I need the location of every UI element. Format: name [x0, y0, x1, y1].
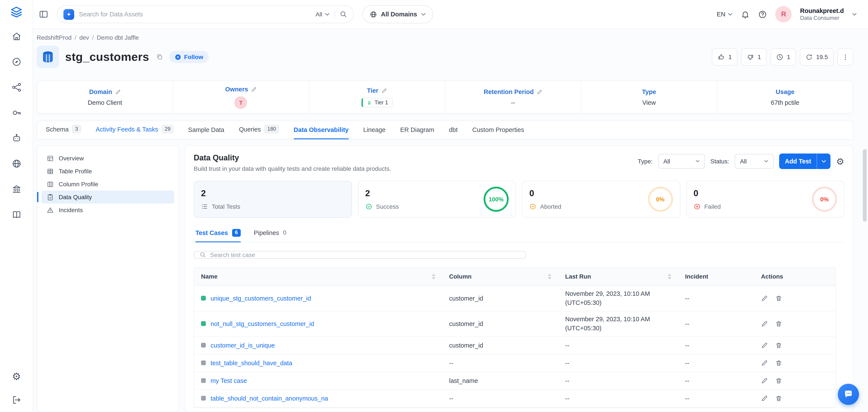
more-options-button[interactable] [837, 48, 853, 66]
test-case-search-input[interactable] [210, 251, 520, 258]
tab-sample-data[interactable]: Sample Data [188, 126, 224, 139]
tab-test-cases[interactable]: Test Cases 6 [195, 229, 241, 242]
delete-icon[interactable] [775, 320, 782, 327]
glossary-book-icon[interactable] [11, 209, 22, 220]
domain-value[interactable]: Demo Client [88, 99, 122, 106]
search-icon[interactable] [340, 10, 347, 18]
tier-icon [367, 100, 372, 105]
copy-link-icon[interactable] [156, 54, 163, 60]
subnav-overview[interactable]: Overview [41, 152, 174, 165]
column-cell: customer_id [442, 317, 558, 330]
failed-tests-card[interactable]: 0 Failed 0% [686, 181, 844, 218]
delete-icon[interactable] [775, 295, 782, 302]
logout-icon[interactable] [11, 394, 22, 405]
chevron-down-icon[interactable] [852, 13, 857, 16]
col-header-last-run[interactable]: Last Run [558, 273, 678, 280]
type-filter-select[interactable]: All [658, 154, 705, 168]
subnav-table-profile[interactable]: Table Profile [41, 165, 174, 178]
home-icon[interactable] [11, 31, 22, 42]
status-filter-select[interactable]: All [735, 154, 774, 168]
tab-activity-feeds[interactable]: Activity Feeds & Tasks29 [96, 125, 174, 139]
global-search[interactable]: ✦ All [57, 5, 354, 23]
edit-icon[interactable] [761, 342, 768, 349]
notifications-bell-icon[interactable] [741, 10, 750, 19]
breadcrumb-service[interactable]: RedshiftProd [37, 34, 72, 41]
app-logo-icon[interactable] [10, 6, 23, 19]
success-tests-card[interactable]: 2 Success 100% [358, 181, 516, 218]
test-case-search[interactable] [194, 251, 526, 258]
subnav-column-profile[interactable]: Column Profile [41, 178, 174, 191]
test-case-link[interactable]: not_null_stg_customers_customer_id [211, 320, 314, 327]
upvote-button[interactable]: 1 [712, 48, 738, 66]
tab-dbt[interactable]: dbt [449, 126, 458, 139]
downvote-button[interactable]: 1 [741, 48, 767, 66]
aborted-tests-card[interactable]: 0 Aborted 0% [522, 181, 680, 218]
tab-queries[interactable]: Queries180 [239, 125, 279, 139]
test-case-link[interactable]: my Test case [211, 377, 247, 384]
delete-icon[interactable] [775, 377, 782, 384]
support-chat-button[interactable] [838, 384, 859, 405]
language-dropdown[interactable]: EN [717, 11, 733, 18]
test-settings-gear-icon[interactable]: ⚙ [836, 157, 844, 166]
tab-schema[interactable]: Schema3 [46, 125, 81, 139]
delete-icon[interactable] [775, 342, 782, 349]
bot-icon[interactable] [11, 132, 22, 144]
sidebar-toggle-icon[interactable] [39, 9, 48, 19]
page-scrollbar[interactable] [863, 30, 867, 411]
subnav-data-quality[interactable]: Data Quality [41, 191, 174, 203]
total-tests-card[interactable]: 2 Total Tests [194, 181, 352, 218]
incident-cell: -- [678, 317, 754, 330]
tab-er-diagram[interactable]: ER Diagram [400, 126, 434, 139]
tasks-button[interactable]: 1 [771, 48, 796, 66]
sort-icon[interactable] [548, 274, 551, 279]
sort-icon[interactable] [668, 274, 671, 279]
delete-icon[interactable] [775, 395, 782, 402]
col-header-name[interactable]: Name [194, 273, 442, 280]
edit-icon[interactable] [761, 295, 768, 302]
test-case-link[interactable]: table_should_not_contain_anonymous_na [211, 395, 328, 402]
subnav-incidents[interactable]: Incidents [41, 203, 174, 217]
search-scope-dropdown[interactable]: All [316, 11, 330, 18]
edit-icon[interactable] [761, 359, 768, 366]
test-case-link[interactable]: test_table_should_have_data [211, 359, 292, 366]
govern-bank-icon[interactable] [11, 183, 22, 194]
col-header-column[interactable]: Column [442, 273, 558, 280]
edit-icon[interactable] [761, 395, 768, 402]
user-avatar[interactable]: R [775, 6, 792, 23]
tab-pipelines[interactable]: Pipelines 0 [254, 229, 286, 242]
test-status-indicator [201, 343, 206, 348]
test-case-link[interactable]: customer_id_is_unique [211, 342, 275, 349]
test-case-link[interactable]: unique_stg_customers_customer_id [211, 295, 311, 302]
help-icon[interactable] [758, 10, 767, 19]
follow-button[interactable]: Follow [169, 51, 209, 63]
user-menu[interactable]: Rounakpreet.d Data Consumer [800, 7, 844, 22]
edit-icon[interactable] [761, 377, 768, 384]
delete-icon[interactable] [775, 359, 782, 366]
domains-globe-icon[interactable] [11, 158, 22, 169]
lineage-graph-icon[interactable] [11, 82, 22, 93]
edit-domain-icon[interactable] [115, 89, 121, 95]
breadcrumb-schema[interactable]: Demo dbt Jaffle [97, 34, 139, 41]
tab-data-observability[interactable]: Data Observability [293, 126, 348, 139]
app-root: ⚙ ✦ All [0, 0, 868, 412]
global-search-input[interactable] [79, 11, 311, 18]
edit-icon[interactable] [761, 320, 768, 327]
breadcrumb-database[interactable]: dev [80, 34, 89, 41]
scrollbar-thumb[interactable] [863, 149, 867, 222]
tab-lineage[interactable]: Lineage [363, 126, 385, 139]
owner-avatar[interactable]: T [235, 97, 247, 109]
settings-gear-icon[interactable]: ⚙ [11, 371, 22, 382]
ai-search-icon[interactable]: ✦ [63, 9, 74, 20]
access-key-icon[interactable] [11, 107, 22, 118]
last-run-cell: -- [558, 374, 678, 387]
all-domains-dropdown[interactable]: All Domains [362, 5, 433, 23]
sort-icon[interactable] [432, 274, 435, 279]
edit-owners-icon[interactable] [251, 87, 257, 92]
tab-custom-properties[interactable]: Custom Properties [472, 126, 524, 139]
explore-compass-icon[interactable] [11, 56, 22, 67]
tier-badge[interactable]: Tier 1 [362, 98, 392, 107]
edit-tier-icon[interactable] [381, 88, 387, 93]
version-button[interactable]: 19.5 [800, 48, 834, 66]
add-test-button[interactable]: Add Test [779, 154, 831, 169]
edit-retention-icon[interactable] [537, 89, 542, 95]
